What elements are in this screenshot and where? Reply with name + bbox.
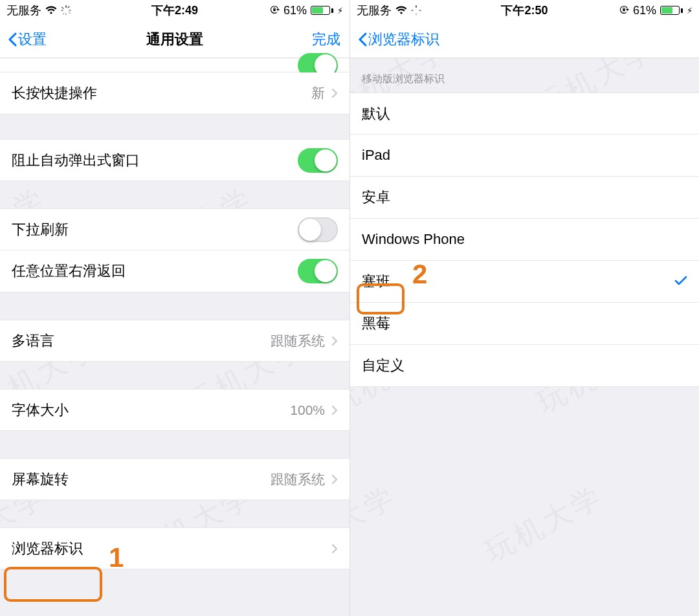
carrier-label: 无服务 [357,3,392,18]
svg-rect-5 [68,12,71,14]
nav-bar: 浏览器标识 [350,21,699,58]
charging-icon: ⚡︎ [337,6,343,16]
svg-rect-1 [65,13,66,16]
charging-icon: ⚡︎ [687,6,693,16]
row-label: 下拉刷新 [12,220,69,239]
svg-rect-8 [273,9,275,11]
settings-row-partial[interactable] [0,58,350,72]
svg-rect-13 [623,9,625,11]
battery-percent-label: 61% [283,4,307,17]
option-label: 默认 [362,104,390,124]
ua-option-symbian[interactable]: 塞班 [350,261,699,303]
settings-row-popup-blocker[interactable]: 阻止自动弹出式窗口 [0,139,350,181]
chevron-right-icon [331,88,338,98]
back-label: 设置 [18,30,47,49]
row-value: 100% [290,402,325,418]
row-label: 多语言 [12,331,54,351]
chevron-right-icon [331,544,338,554]
wifi-icon [45,6,57,15]
svg-rect-4 [61,6,64,9]
row-label: 阻止自动弹出式窗口 [12,151,140,170]
chevron-right-icon [331,336,338,346]
settings-row-pull-refresh[interactable]: 下拉刷新 [0,208,350,250]
option-label: Windows Phone [362,231,465,248]
ua-option-blackberry[interactable]: 黑莓 [350,303,699,345]
row-label: 浏览器标识 [12,539,83,558]
rotation-lock-icon [269,5,280,16]
nav-bar: 设置 通用设置 完成 [0,21,350,58]
status-bar: 无服务 下午2:50 61% ⚡︎ [350,0,699,21]
carrier-label: 无服务 [6,3,41,18]
ua-option-windows-phone[interactable]: Windows Phone [350,219,699,261]
row-value: 跟随系统 [271,470,325,489]
loading-icon [411,5,421,16]
toggle-switch[interactable] [298,259,338,283]
settings-row-user-agent[interactable]: 浏览器标识 [0,527,350,569]
row-label: 字体大小 [12,401,69,420]
back-label: 浏览器标识 [368,30,439,49]
toggle-switch[interactable] [298,148,338,173]
screen-general-settings: 玩机大学 玩机大学 玩机大学 玩机大学 玩机大学 玩机大学 玩机大学 玩机大学 … [0,0,350,616]
row-label: 屏幕旋转 [12,470,69,489]
clock-label: 下午2:50 [501,3,548,18]
ua-option-default[interactable]: 默认 [350,93,699,135]
row-label: 长按快捷操作 [12,83,97,103]
screen-user-agent: 玩机大学 玩机大学 玩机大学 玩机大学 玩机大学 玩机大学 玩机大学 玩机大学 … [350,0,699,616]
svg-rect-6 [67,6,70,8]
option-label: iPad [362,147,390,164]
page-title: 通用设置 [146,30,203,49]
settings-row-language[interactable]: 多语言 跟随系统 [0,320,350,362]
toggle-switch[interactable] [298,217,338,242]
option-label: 塞班 [362,272,390,291]
option-label: 自定义 [362,356,405,375]
settings-row-swipe-back[interactable]: 任意位置右滑返回 [0,250,350,292]
ua-option-android[interactable]: 安卓 [350,177,699,219]
annotation-highlight [4,567,102,602]
option-label: 黑莓 [362,314,390,333]
chevron-left-icon [8,32,17,47]
done-button[interactable]: 完成 [312,30,340,49]
status-bar: 无服务 下午2:49 61% ⚡︎ [0,0,350,21]
svg-rect-2 [61,10,63,10]
svg-rect-7 [62,12,65,15]
back-button[interactable]: 设置 [8,30,47,49]
row-value: 跟随系统 [271,332,325,350]
svg-rect-11 [411,10,414,10]
svg-rect-9 [416,5,416,8]
battery-percent-label: 61% [633,4,656,17]
checkmark-icon [674,273,687,290]
chevron-right-icon [331,405,338,415]
chevron-left-icon [358,32,367,47]
battery-icon [660,6,683,15]
ua-option-custom[interactable]: 自定义 [350,345,699,387]
battery-icon [311,6,333,15]
back-button[interactable]: 浏览器标识 [358,30,439,49]
row-label: 任意位置右滑返回 [12,261,126,281]
ua-option-ipad[interactable]: iPad [350,135,699,177]
svg-rect-12 [419,10,421,10]
option-label: 安卓 [362,188,390,207]
svg-rect-0 [65,5,66,8]
clock-label: 下午2:49 [151,3,198,18]
settings-row-font-size[interactable]: 字体大小 100% [0,389,350,431]
row-value: 新 [311,84,325,102]
chevron-right-icon [331,474,338,485]
settings-row-rotation[interactable]: 屏幕旋转 跟随系统 [0,458,350,500]
rotation-lock-icon [619,5,629,16]
svg-rect-10 [416,13,416,16]
settings-row-longpress[interactable]: 长按快捷操作 新 [0,72,350,115]
section-header: 移动版浏览器标识 [350,58,699,93]
wifi-icon [395,6,407,15]
svg-rect-3 [69,10,71,10]
loading-icon [61,5,71,16]
